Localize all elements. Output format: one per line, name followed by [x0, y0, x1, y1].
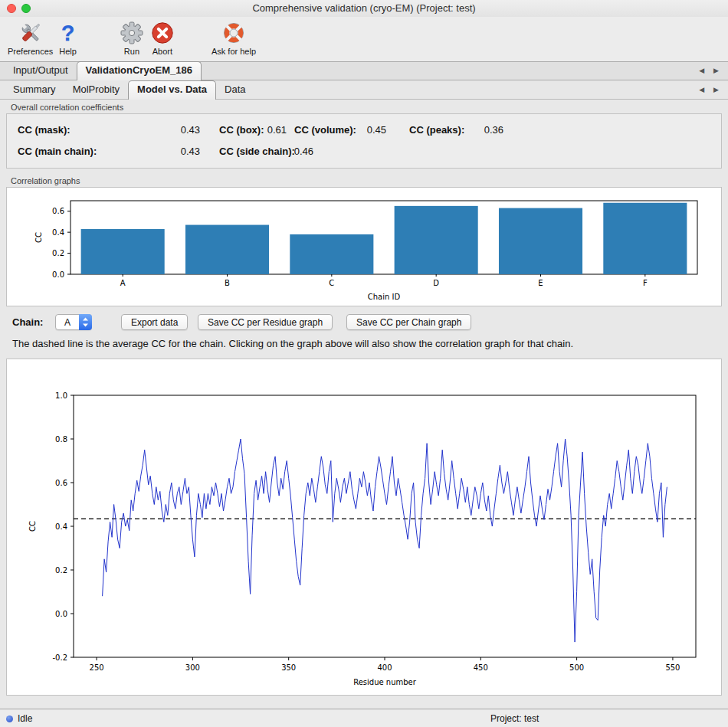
- gear-icon: [120, 18, 144, 47]
- tab-validationcryoem-186[interactable]: ValidationCryoEM_186: [77, 61, 202, 80]
- cc-side-chain-value: 0.46: [267, 146, 313, 157]
- svg-text:F: F: [643, 279, 648, 287]
- tab-model-vs-data[interactable]: Model vs. Data: [128, 80, 216, 100]
- chevron-updown-icon: [79, 314, 92, 330]
- window-title: Comprehensive validation (cryo-EM) (Proj…: [0, 2, 728, 14]
- cc-volume-value: 0.45: [340, 124, 386, 136]
- svg-text:550: 550: [665, 663, 680, 672]
- svg-text:B: B: [225, 279, 230, 287]
- svg-text:-0.2: -0.2: [52, 653, 67, 662]
- tab-molprobity[interactable]: MolProbity: [64, 81, 128, 99]
- save-cc-per-chain-button[interactable]: Save CC per Chain graph: [346, 314, 471, 330]
- status-bar: Idle Project: test: [0, 709, 728, 727]
- svg-text:CC: CC: [34, 232, 43, 243]
- abort-button[interactable]: Abort: [150, 18, 175, 56]
- chain-select[interactable]: A: [55, 314, 92, 330]
- toolbar-item-label: Preferences: [8, 47, 53, 56]
- svg-text:0.2: 0.2: [55, 566, 67, 575]
- overall-cc-panel: CC (mask): 0.43 CC (box): 0.61 CC (volum…: [6, 113, 722, 169]
- residue-cc-line-chart: 250300350400450500550-0.20.00.20.40.60.8…: [11, 363, 719, 691]
- svg-text:Chain ID: Chain ID: [368, 293, 401, 301]
- cc-mask-label: CC (mask):: [18, 124, 71, 136]
- chain-select-value: A: [56, 317, 79, 328]
- svg-text:500: 500: [569, 663, 584, 672]
- toolbar-item-label: Abort: [152, 47, 172, 56]
- svg-text:300: 300: [185, 663, 200, 672]
- svg-text:450: 450: [474, 663, 488, 672]
- chain-controls-row: Chain: A Export data Save CC per Residue…: [0, 313, 728, 333]
- toolbar: Preferences ? Help Run: [0, 17, 728, 61]
- svg-text:0.0: 0.0: [55, 610, 67, 618]
- svg-text:350: 350: [281, 663, 296, 672]
- toolbar-item-label: Help: [59, 47, 77, 56]
- svg-text:E: E: [538, 279, 543, 287]
- lifebuoy-icon: [221, 18, 247, 47]
- tab-scroll-left-icon[interactable]: ◀: [699, 67, 704, 74]
- status-project-text: Project: test: [490, 713, 539, 724]
- svg-text:0.6: 0.6: [52, 207, 64, 215]
- svg-text:A: A: [120, 279, 126, 287]
- preferences-button[interactable]: Preferences: [8, 18, 53, 56]
- status-text: Idle: [18, 713, 32, 724]
- sub-tab-bar: Summary MolProbity Model vs. Data Data ◀…: [0, 80, 728, 100]
- question-mark-icon: ?: [61, 18, 75, 47]
- cc-box-value: 0.61: [241, 124, 287, 136]
- title-bar: Comprehensive validation (cryo-EM) (Proj…: [0, 0, 728, 17]
- svg-text:0.4: 0.4: [52, 228, 64, 237]
- svg-text:0.6: 0.6: [55, 479, 67, 487]
- chain-cc-bar-chart-panel: 0.00.20.40.6ABCDEFChain IDCC: [6, 187, 722, 306]
- tab-input-output[interactable]: Input/Output: [5, 62, 77, 80]
- cc-mask-value: 0.43: [154, 124, 200, 136]
- export-data-button[interactable]: Export data: [121, 314, 188, 330]
- tab-data[interactable]: Data: [216, 81, 254, 99]
- cc-peaks-label: CC (peaks):: [409, 124, 464, 136]
- correlation-graphs-section-label: Correlation graphs: [11, 176, 80, 185]
- overall-cc-section-label: Overall correlation coefficients: [11, 103, 123, 112]
- svg-text:0.0: 0.0: [52, 270, 64, 279]
- model-vs-data-pane: Overall correlation coefficients CC (mas…: [0, 100, 728, 709]
- dashed-line-note: The dashed line is the average CC for th…: [12, 338, 573, 349]
- svg-text:1.0: 1.0: [55, 391, 67, 400]
- run-button[interactable]: Run: [120, 18, 144, 56]
- svg-text:400: 400: [377, 663, 392, 672]
- cc-peaks-value: 0.36: [457, 124, 503, 136]
- tab-scroll-left-icon[interactable]: ◀: [699, 86, 704, 93]
- cc-main-chain-label: CC (main chain):: [18, 146, 97, 157]
- tools-icon: [18, 18, 44, 47]
- svg-text:250: 250: [90, 663, 104, 672]
- chain-label: Chain:: [12, 316, 43, 328]
- toolbar-item-label: Run: [124, 47, 139, 56]
- ask-for-help-button[interactable]: Ask for help: [212, 18, 256, 56]
- svg-text:Residue number: Residue number: [353, 678, 417, 686]
- status-indicator-icon: [6, 716, 13, 722]
- svg-text:C: C: [329, 279, 334, 287]
- residue-cc-line-chart-panel: 250300350400450500550-0.20.00.20.40.60.8…: [6, 359, 722, 696]
- save-cc-per-residue-button[interactable]: Save CC per Residue graph: [198, 314, 333, 330]
- tab-scroll-right-icon[interactable]: ▶: [713, 86, 719, 93]
- svg-text:CC: CC: [28, 521, 37, 532]
- app-window: Comprehensive validation (cryo-EM) (Proj…: [0, 0, 728, 727]
- tab-summary[interactable]: Summary: [5, 81, 64, 99]
- svg-text:0.4: 0.4: [55, 522, 67, 531]
- svg-text:0.2: 0.2: [52, 249, 64, 257]
- cc-main-chain-value: 0.43: [154, 146, 200, 157]
- abort-x-icon: [150, 18, 175, 47]
- tab-scroll-right-icon[interactable]: ▶: [713, 67, 719, 74]
- main-tab-bar: Input/Output ValidationCryoEM_186 ◀ ▶: [0, 61, 728, 80]
- svg-text:D: D: [433, 279, 439, 287]
- toolbar-item-label: Ask for help: [212, 47, 256, 56]
- help-button[interactable]: ? Help: [59, 18, 77, 56]
- chain-cc-bar-chart[interactable]: 0.00.20.40.6ABCDEFChain IDCC: [9, 190, 717, 303]
- svg-text:0.8: 0.8: [55, 435, 67, 444]
